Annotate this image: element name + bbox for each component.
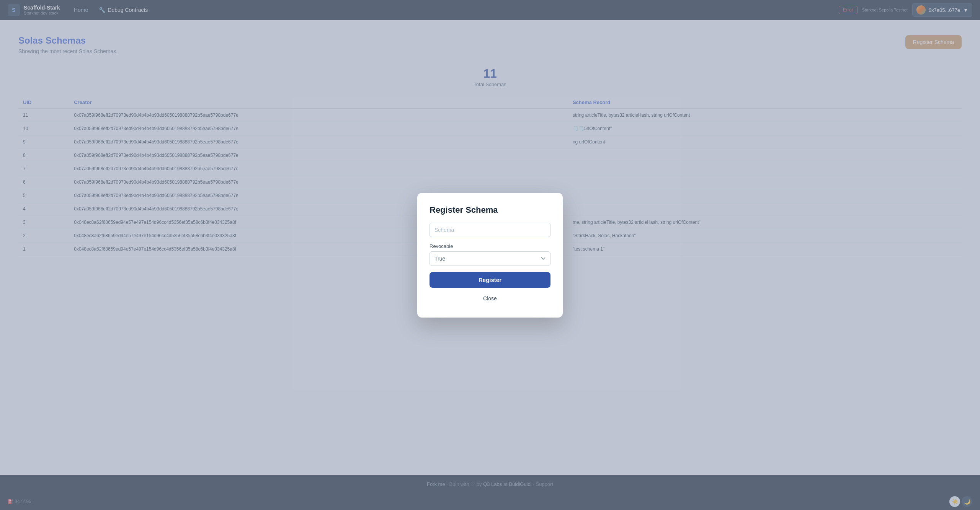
close-button[interactable]: Close	[430, 292, 550, 305]
revocable-label: Revocable	[430, 243, 550, 249]
modal-title: Register Schema	[430, 205, 550, 215]
register-button[interactable]: Register	[430, 272, 550, 288]
schema-field-group	[430, 223, 550, 237]
revocable-field-group: Revocable True False	[430, 243, 550, 266]
revocable-select[interactable]: True False	[430, 251, 550, 266]
schema-input[interactable]	[430, 223, 550, 237]
register-schema-modal: Register Schema Revocable True False Reg…	[417, 193, 563, 318]
modal-overlay: Register Schema Revocable True False Reg…	[0, 0, 980, 510]
